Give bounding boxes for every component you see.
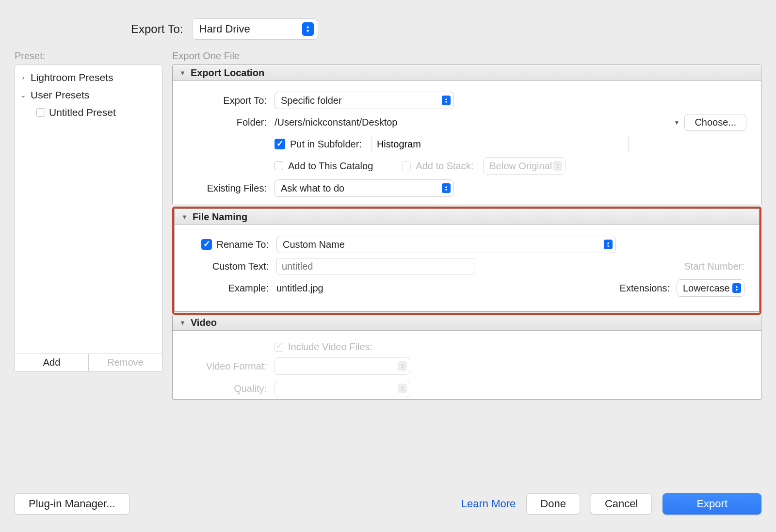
section-file-naming[interactable]: ▼ File Naming bbox=[175, 209, 759, 225]
export-count-label: Export One File bbox=[172, 50, 761, 62]
include-video-label: Include Video Files: bbox=[288, 341, 372, 353]
extensions-label: Extensions: bbox=[620, 283, 670, 294]
stepper-icon: ▲▼ bbox=[302, 22, 314, 36]
subfolder-input[interactable] bbox=[372, 136, 629, 152]
folder-label: Folder: bbox=[187, 117, 275, 128]
custom-text-label: Custom Text: bbox=[189, 261, 276, 272]
section-title: Export Location bbox=[191, 67, 264, 79]
video-quality-label: Quality: bbox=[187, 383, 275, 394]
rename-value: Custom Name bbox=[283, 239, 345, 250]
stepper-icon: ▲▼ bbox=[732, 283, 741, 293]
export-to-label: Export To: bbox=[131, 22, 183, 36]
section-export-location[interactable]: ▼ Export Location bbox=[173, 65, 761, 81]
export-button[interactable]: Export bbox=[663, 493, 761, 515]
export-to-select[interactable]: Hard Drive ▲▼ bbox=[192, 18, 318, 40]
loc-export-to-label: Export To: bbox=[187, 95, 275, 106]
triangle-down-icon: ▼ bbox=[181, 213, 188, 221]
preset-item-untitled[interactable]: Untitled Preset bbox=[18, 104, 159, 121]
triangle-down-icon: ▼ bbox=[179, 319, 186, 326]
subfolder-checkbox[interactable] bbox=[275, 139, 285, 149]
folder-path: /Users/nickconstant/Desktop bbox=[275, 117, 397, 128]
include-video-checkbox: ✓ bbox=[275, 343, 283, 352]
rename-checkbox[interactable] bbox=[201, 239, 212, 250]
preset-heading: Preset: bbox=[15, 50, 162, 62]
learn-more-link[interactable]: Learn More bbox=[461, 498, 516, 510]
example-value: untitled.jpg bbox=[276, 283, 323, 294]
add-catalog-label: Add to This Catalog bbox=[288, 161, 373, 172]
add-preset-button[interactable]: Add bbox=[15, 354, 89, 371]
loc-export-to-value: Specific folder bbox=[281, 95, 342, 106]
stepper-icon: ▲▼ bbox=[398, 361, 407, 371]
custom-text-input[interactable] bbox=[276, 258, 474, 274]
rename-label: Rename To: bbox=[217, 239, 269, 250]
add-stack-label: Add to Stack: bbox=[416, 161, 473, 172]
example-label: Example: bbox=[189, 283, 276, 294]
video-format-label: Video Format: bbox=[187, 361, 275, 372]
rename-select[interactable]: Custom Name ▲▼ bbox=[276, 236, 616, 253]
add-stack-value: Below Original bbox=[489, 161, 552, 172]
preset-list: › Lightroom Presets ⌄ User Presets Untit… bbox=[15, 64, 162, 354]
plugin-manager-button[interactable]: Plug-in Manager... bbox=[15, 493, 129, 515]
choose-button[interactable]: Choose... bbox=[684, 114, 746, 131]
start-number-label: Start Number: bbox=[684, 261, 744, 272]
extensions-value: Lowercase bbox=[683, 283, 730, 294]
preset-group-label: User Presets bbox=[31, 89, 89, 101]
stepper-icon: ▲▼ bbox=[442, 183, 451, 193]
chevron-down-icon: ⌄ bbox=[20, 91, 27, 99]
add-stack-select: Below Original ▲▼ bbox=[483, 157, 566, 175]
section-title: Video bbox=[191, 317, 217, 328]
stepper-icon: ▲▼ bbox=[604, 240, 613, 249]
add-catalog-checkbox[interactable] bbox=[275, 161, 283, 170]
triangle-down-icon: ▼ bbox=[179, 69, 186, 77]
cancel-button[interactable]: Cancel bbox=[591, 493, 652, 515]
preset-group-label: Lightroom Presets bbox=[31, 72, 113, 83]
remove-preset-button: Remove bbox=[89, 354, 162, 371]
chevron-right-icon: › bbox=[20, 74, 27, 81]
section-title: File Naming bbox=[193, 211, 247, 223]
video-format-select: ▲▼ bbox=[275, 357, 410, 375]
done-button[interactable]: Done bbox=[526, 493, 580, 515]
add-stack-checkbox bbox=[402, 161, 411, 170]
export-to-value: Hard Drive bbox=[199, 23, 250, 35]
stepper-icon: ▲▼ bbox=[442, 96, 451, 105]
section-video[interactable]: ▼ Video bbox=[173, 315, 761, 331]
checkbox-icon[interactable] bbox=[36, 108, 45, 117]
video-quality-select: ▲▼ bbox=[275, 380, 410, 397]
existing-select[interactable]: Ask what to do ▲▼ bbox=[275, 179, 454, 197]
preset-item-label: Untitled Preset bbox=[49, 107, 116, 118]
subfolder-label: Put in Subfolder: bbox=[290, 139, 362, 150]
stepper-icon: ▲▼ bbox=[398, 384, 407, 393]
existing-label: Existing Files: bbox=[187, 183, 275, 194]
preset-group-user[interactable]: ⌄ User Presets bbox=[18, 86, 159, 104]
loc-export-to-select[interactable]: Specific folder ▲▼ bbox=[275, 92, 454, 109]
extensions-select[interactable]: Lowercase ▲▼ bbox=[677, 279, 744, 297]
triangle-down-icon[interactable]: ▼ bbox=[674, 119, 680, 126]
existing-value: Ask what to do bbox=[281, 183, 344, 194]
stepper-icon: ▲▼ bbox=[553, 161, 562, 171]
preset-group-lightroom[interactable]: › Lightroom Presets bbox=[18, 69, 159, 86]
